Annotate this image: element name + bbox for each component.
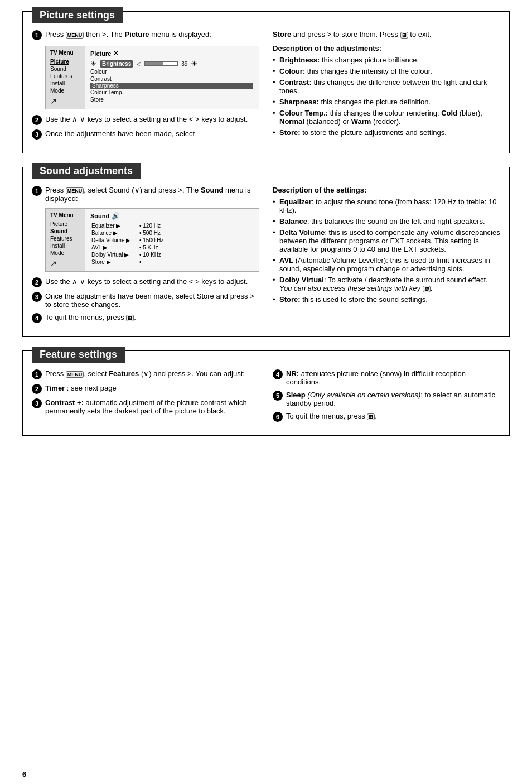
brightness-bar — [144, 61, 178, 66]
feature-step4-num: 4 — [273, 369, 283, 379]
desc-colour: Colour: this changes the intensity of th… — [273, 67, 500, 75]
tv-menu-item-picture: Picture — [50, 58, 80, 65]
feature-step6-num: 6 — [273, 412, 283, 422]
picture-menu-diagram: TV Menu Picture Sound Features Install M… — [45, 46, 259, 109]
feature-step4: 4 NR: attenuates picture noise (snow) in… — [273, 369, 500, 386]
sound-tv-menu-label: TV Menu — [50, 212, 80, 218]
picture-step1: 1 Press MENU then >. The Picture menu is… — [32, 30, 259, 40]
sound-adjustments-section: Sound adjustments 1 Press MENU, select S… — [22, 167, 510, 337]
picture-menu-title: Picture ✕ — [90, 50, 253, 57]
feature-step6: 6 To quit the menus, press ⊞. — [273, 412, 500, 422]
sound-desc-store: Store: this is used to store the sound s… — [273, 295, 500, 304]
feature-step6-text: To quit the menus, press ⊞. — [286, 412, 500, 420]
tv-menu-item-sound: Sound — [50, 65, 80, 73]
desc-store: Store: to store the picture adjustments … — [273, 128, 500, 137]
sound-step3-num: 3 — [32, 292, 42, 302]
quit-icon: ⊞ — [126, 315, 134, 321]
feature-step1-text: Press MENU, select Features (∨) and pres… — [45, 369, 259, 378]
feature-step3-text: Contrast +: automatic adjustment of the … — [45, 398, 259, 415]
brightness-value: 39 — [181, 61, 187, 67]
sound-step1-text: Press MENU, select Sound (∨) and press >… — [45, 186, 259, 203]
feature-step5-num: 5 — [273, 391, 283, 401]
picture-menu-sharpness: Sharpness — [90, 83, 253, 89]
sound-tv-menu-left: TV Menu Picture Sound Features Install M… — [46, 209, 85, 271]
brightness-dial-left: ◁ — [137, 61, 141, 67]
sound-adjustments-title: Sound adjustments — [32, 163, 141, 179]
feature-step2: 2 Timer : see next page — [32, 384, 259, 394]
sound-equalizer: Equalizer ▶ • 120 Hz — [90, 222, 253, 229]
sound-step2-text: Use the ∧ ∨ keys to select a setting and… — [45, 277, 259, 286]
sound-tv-features: Features — [50, 235, 80, 242]
brightness-sun-right: ☀ — [191, 59, 198, 68]
picture-menu-items: Colour Contrast Sharpness Colour Temp. S… — [90, 68, 253, 103]
feature-step4-text: NR: attenuates picture noise (snow) in d… — [286, 369, 500, 386]
sound-step2: 2 Use the ∧ ∨ keys to select a setting a… — [32, 277, 259, 287]
feature-step2-num: 2 — [32, 384, 42, 394]
desc-brightness: Brightness: this changes picture brillia… — [273, 56, 500, 64]
key-icon: ⊞ — [423, 286, 431, 292]
sound-delta: Delta Volume ▶ • 1500 Hz — [90, 237, 253, 244]
desc-colourtemp: Colour Temp.: this changes the colour re… — [273, 109, 500, 126]
sound-store: Store ▶ • — [90, 258, 253, 266]
sound-desc-dolby: Dolby Virtual: To activate / deactivate … — [273, 276, 500, 292]
menu-arrow: ↗ — [50, 97, 80, 105]
picture-left-col: 1 Press MENU then >. The Picture menu is… — [32, 30, 259, 144]
step2-num: 2 — [32, 115, 42, 125]
picture-menu-right: Picture ✕ ☀ Brightness ◁ 39 ☀ C — [85, 46, 259, 109]
sound-menu-right: Sound 🔊 Equalizer ▶ • 120 Hz Balance ▶ •… — [85, 209, 259, 271]
desc-sharpness: Sharpness: this changes the picture defi… — [273, 98, 500, 106]
brightness-sun-left: ☀ — [90, 60, 96, 68]
sound-right-col: Description of the settings: Equalizer: … — [273, 186, 500, 328]
feature-step1-num: 1 — [32, 369, 42, 379]
picture-settings-content: 1 Press MENU then >. The Picture menu is… — [32, 30, 500, 144]
sound-dolby: Dolby Virtual ▶ • 10 KHz — [90, 251, 253, 258]
sound-step3-text: Once the adjustments have been made, sel… — [45, 292, 259, 309]
feature-right-col: 4 NR: attenuates picture noise (snow) in… — [273, 369, 500, 426]
picture-settings-section: Picture settings 1 Press MENU then >. Th… — [22, 11, 510, 153]
menu-icon: MENU — [66, 32, 84, 39]
sound-tv-menu-items: Picture Sound Features Install Mode — [50, 220, 80, 257]
feature-step5-text: Sleep (Only available on certain version… — [286, 391, 500, 407]
sound-section-content: 1 Press MENU, select Sound (∨) and press… — [32, 186, 500, 328]
tv-menu-item-features: Features — [50, 73, 80, 80]
sound-tv-sound: Sound — [50, 228, 80, 235]
page-number: 6 — [22, 770, 26, 778]
sound-menu-icon: MENU — [66, 187, 84, 194]
sound-desc-delta: Delta Volume: this is used to compensate… — [273, 228, 500, 253]
feature-section-content: 1 Press MENU, select Features (∨) and pr… — [32, 369, 500, 426]
picture-right-col: Store and press > to store them. Press ⊞… — [273, 30, 500, 144]
feature-settings-title: Feature settings — [32, 347, 125, 363]
feature-quit-icon: ⊞ — [367, 413, 375, 420]
picture-step2: 2 Use the ∧ ∨ keys to select a setting a… — [32, 115, 259, 125]
sound-tv-mode: Mode — [50, 249, 80, 257]
feature-menu-icon: MENU — [66, 371, 84, 378]
picture-desc-title: Description of the adjustments: — [273, 44, 500, 52]
step1-num: 1 — [32, 30, 42, 40]
picture-store-text: Store and press > to store them. Press ⊞… — [273, 30, 500, 39]
tv-menu-label: TV Menu — [50, 50, 80, 56]
picture-step3-text: Once the adjustments have been made, sel… — [45, 129, 259, 138]
brightness-row: ☀ Brightness ◁ 39 ☀ — [90, 59, 253, 68]
sound-tv-install: Install — [50, 242, 80, 249]
sound-step4-num: 4 — [32, 313, 42, 323]
picture-tv-menu-left: TV Menu Picture Sound Features Install M… — [46, 46, 85, 109]
feature-left-col: 1 Press MENU, select Features (∨) and pr… — [32, 369, 259, 426]
sound-step2-num: 2 — [32, 277, 42, 287]
feature-step3-num: 3 — [32, 398, 42, 408]
sound-step1-num: 1 — [32, 186, 42, 196]
tv-menu-item-install: Install — [50, 80, 80, 87]
picture-step1-text: Press MENU then >. The Picture menu is d… — [45, 30, 259, 39]
picture-settings-title: Picture settings — [32, 7, 123, 23]
feature-step1: 1 Press MENU, select Features (∨) and pr… — [32, 369, 259, 379]
sound-left-col: 1 Press MENU, select Sound (∨) and press… — [32, 186, 259, 328]
sound-avl: AVL ▶ • 5 KHz — [90, 244, 253, 251]
sound-step4: 4 To quit the menus, press ⊞. — [32, 313, 259, 323]
feature-settings-section: Feature settings 1 Press MENU, select Fe… — [22, 350, 510, 436]
sound-icon: 🔊 — [112, 212, 120, 220]
step3-num: 3 — [32, 129, 42, 140]
picture-menu-contrast: Contrast — [90, 75, 253, 83]
sound-step4-text: To quit the menus, press ⊞. — [45, 313, 259, 321]
sound-step3: 3 Once the adjustments have been made, s… — [32, 292, 259, 309]
brightness-label: Brightness — [100, 60, 133, 68]
sound-menu-items: Equalizer ▶ • 120 Hz Balance ▶ • 500 Hz … — [90, 222, 253, 266]
